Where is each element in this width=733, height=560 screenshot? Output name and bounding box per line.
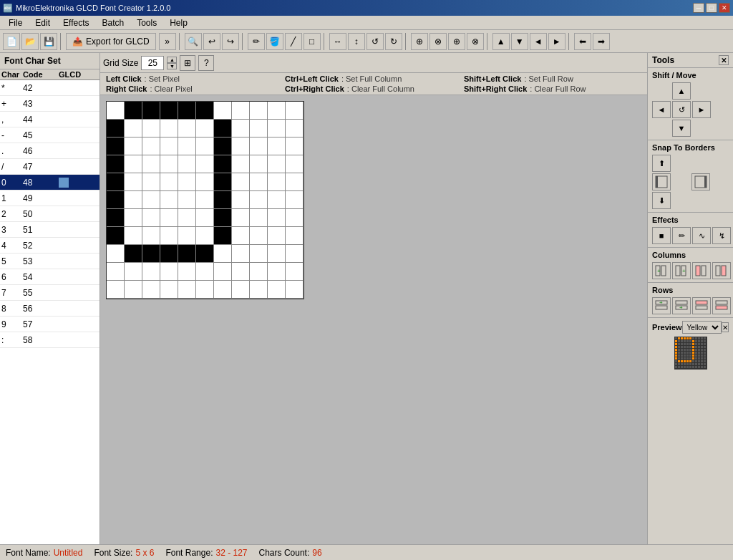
pixel-cell[interactable] bbox=[214, 209, 232, 227]
effect-pencil-btn[interactable]: ✏ bbox=[672, 227, 691, 244]
preview-close-btn[interactable]: ✕ bbox=[722, 322, 729, 332]
pixel-cell[interactable] bbox=[107, 227, 125, 245]
pixel-cell[interactable] bbox=[286, 173, 304, 191]
toolbar-flip-v[interactable]: ↕ bbox=[348, 33, 365, 50]
pixel-cell[interactable] bbox=[286, 191, 304, 209]
pixel-cell[interactable] bbox=[142, 155, 160, 173]
pixel-cell[interactable] bbox=[232, 191, 250, 209]
pixel-cell[interactable] bbox=[107, 245, 125, 263]
pixel-cell[interactable] bbox=[232, 227, 250, 245]
pixel-cell[interactable] bbox=[286, 281, 304, 299]
pixel-cell[interactable] bbox=[125, 155, 142, 173]
pixel-cell[interactable] bbox=[268, 209, 286, 227]
pixel-cell[interactable] bbox=[142, 120, 160, 137]
menu-effects[interactable]: Effects bbox=[57, 16, 94, 29]
shift-center-btn[interactable]: ↺ bbox=[672, 101, 691, 118]
pixel-cell[interactable] bbox=[178, 245, 196, 263]
show-grid-btn[interactable]: ⊞ bbox=[180, 55, 195, 71]
toolbar-shift-l[interactable]: ◄ bbox=[530, 33, 547, 50]
pixel-cell[interactable] bbox=[250, 227, 268, 245]
pixel-cell[interactable] bbox=[268, 245, 286, 263]
pixel-cell[interactable] bbox=[107, 191, 125, 209]
pixel-cell[interactable] bbox=[178, 120, 196, 137]
pixel-cell[interactable] bbox=[178, 191, 196, 209]
pixel-cell[interactable] bbox=[250, 281, 268, 299]
pixel-cell[interactable] bbox=[286, 245, 304, 263]
toolbar-rot-r[interactable]: ↻ bbox=[385, 33, 402, 50]
pixel-cell[interactable] bbox=[286, 227, 304, 245]
toolbar-pencil[interactable]: ✏ bbox=[248, 33, 265, 50]
minimize-button[interactable]: ─ bbox=[693, 3, 704, 13]
menu-file[interactable]: File bbox=[3, 16, 28, 29]
effect-invert-btn[interactable]: ■ bbox=[652, 227, 671, 244]
pixel-cell[interactable] bbox=[214, 245, 232, 263]
toolbar-fill[interactable]: 🪣 bbox=[266, 33, 283, 50]
toolbar-row-del[interactable]: ⊗ bbox=[467, 33, 484, 50]
pixel-cell[interactable] bbox=[268, 227, 286, 245]
shift-left-btn[interactable]: ◄ bbox=[652, 101, 671, 118]
pixel-cell[interactable] bbox=[250, 245, 268, 263]
tools-close-button[interactable]: ✕ bbox=[719, 55, 729, 65]
close-button[interactable]: ✕ bbox=[719, 3, 730, 13]
pixel-cell[interactable] bbox=[286, 120, 304, 137]
pixel-cell[interactable] bbox=[107, 102, 125, 120]
snap-top-btn[interactable]: ⬆ bbox=[652, 155, 671, 172]
pixel-cell[interactable] bbox=[232, 173, 250, 191]
char-row[interactable]: 452 bbox=[0, 238, 99, 254]
pixel-cell[interactable] bbox=[107, 263, 125, 281]
pixel-cell[interactable] bbox=[142, 281, 160, 299]
pixel-cell[interactable] bbox=[107, 209, 125, 227]
pixel-cell[interactable] bbox=[196, 120, 214, 137]
pixel-cell[interactable] bbox=[160, 227, 178, 245]
pixel-cell[interactable] bbox=[250, 155, 268, 173]
toolbar-export[interactable]: 📤 Export for GLCD bbox=[66, 33, 156, 50]
effect-bold-btn[interactable]: ↯ bbox=[712, 227, 731, 244]
pixel-cell[interactable] bbox=[232, 281, 250, 299]
row-ins-top-btn[interactable]: + bbox=[652, 297, 671, 314]
col-del-right-btn[interactable] bbox=[712, 262, 731, 279]
pixel-cell[interactable] bbox=[142, 245, 160, 263]
toolbar-redo[interactable]: ↪ bbox=[222, 33, 239, 50]
toolbar-undo[interactable]: ↩ bbox=[203, 33, 220, 50]
pixel-cell[interactable] bbox=[268, 120, 286, 137]
pixel-cell[interactable] bbox=[160, 209, 178, 227]
pixel-cell[interactable] bbox=[142, 263, 160, 281]
char-row[interactable]: /47 bbox=[0, 159, 99, 175]
pixel-cell[interactable] bbox=[125, 263, 142, 281]
toolbar-shift-r[interactable]: ► bbox=[548, 33, 565, 50]
pixel-cell[interactable] bbox=[268, 155, 286, 173]
menu-batch[interactable]: Batch bbox=[97, 16, 130, 29]
toolbar-shift-d[interactable]: ▼ bbox=[511, 33, 528, 50]
pixel-cell[interactable] bbox=[232, 102, 250, 120]
pixel-cell[interactable] bbox=[160, 102, 178, 120]
col-ins-left-btn[interactable]: + bbox=[652, 262, 671, 279]
toolbar-col-ins[interactable]: ⊕ bbox=[411, 33, 428, 50]
pixel-cell[interactable] bbox=[286, 209, 304, 227]
pixel-cell[interactable] bbox=[125, 191, 142, 209]
pixel-cell[interactable] bbox=[125, 281, 142, 299]
pixel-cell[interactable] bbox=[196, 137, 214, 155]
pixel-cell[interactable] bbox=[214, 155, 232, 173]
char-row[interactable]: 048 bbox=[0, 175, 99, 190]
pixel-cell[interactable] bbox=[268, 263, 286, 281]
toolbar-hist-fwd[interactable]: ➡ bbox=[593, 33, 610, 50]
pixel-cell[interactable] bbox=[160, 281, 178, 299]
pixel-cell[interactable] bbox=[142, 227, 160, 245]
snap-bottom-btn[interactable]: ⬇ bbox=[652, 192, 671, 209]
pixel-cell[interactable] bbox=[142, 137, 160, 155]
pixel-cell[interactable] bbox=[196, 263, 214, 281]
pixel-cell[interactable] bbox=[232, 209, 250, 227]
pixel-cell[interactable] bbox=[142, 191, 160, 209]
pixel-cell[interactable] bbox=[232, 137, 250, 155]
pixel-cell[interactable] bbox=[250, 173, 268, 191]
pixel-cell[interactable] bbox=[125, 137, 142, 155]
pixel-cell[interactable] bbox=[142, 102, 160, 120]
pixel-cell[interactable] bbox=[196, 209, 214, 227]
toolbar-line[interactable]: ╱ bbox=[285, 33, 302, 50]
pixel-cell[interactable] bbox=[160, 263, 178, 281]
toolbar-new[interactable]: 📄 bbox=[3, 33, 20, 50]
menu-tools[interactable]: Tools bbox=[131, 16, 162, 29]
pixel-cell[interactable] bbox=[160, 155, 178, 173]
pixel-cell[interactable] bbox=[178, 173, 196, 191]
toolbar-hist-back[interactable]: ⬅ bbox=[574, 33, 591, 50]
